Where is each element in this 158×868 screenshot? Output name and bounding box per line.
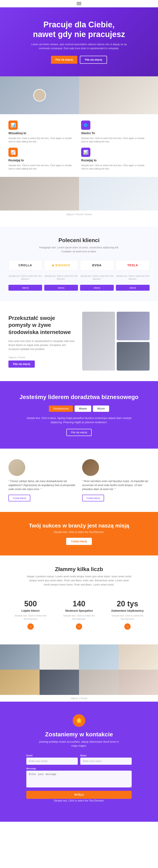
feature-title-1: Wizualizuj to: [8, 131, 77, 135]
number-label-2: Skuteczni Specjaliści: [61, 609, 97, 612]
testimonial-quote-2: " Proin sed libero enim sed faucibus tur…: [82, 479, 150, 492]
client-btn-4[interactable]: więcej: [116, 285, 150, 291]
name-input[interactable]: [80, 757, 132, 765]
feature-icon-3: 📈: [8, 148, 18, 157]
client-logo-crolla: CROLLA: [8, 260, 42, 271]
gallery-cell-4: [119, 644, 158, 670]
clients-subtitle: Paragraph text. Lorem ipsum dolor sit am…: [37, 246, 121, 254]
message-input[interactable]: [26, 771, 132, 787]
number-item-1: 500 Lojalni klienci Sample text. Click t…: [8, 595, 53, 634]
testimonials-grid: " Chcesz zdobyć błona, ale masz doświadc…: [8, 459, 150, 502]
tab-doswiadczeni[interactable]: Doświadczeni: [49, 405, 73, 412]
transform-left: Przekształć swoje pomysły w żywe środowi…: [8, 315, 76, 368]
testimonials-section: " Chcesz zdobyć błona, ale masz doświadc…: [0, 448, 158, 512]
client-btn-1[interactable]: więcej: [8, 285, 42, 291]
feature-text-1: Sample text. Click to select the text bo…: [8, 136, 77, 144]
gallery-cell-6: [40, 670, 79, 695]
number-label-3: Zadowoleni Użytkownicy: [109, 609, 146, 612]
transform-photo-1: [117, 312, 150, 340]
testimonial-avatar-1: [8, 459, 25, 476]
testimonial-btn-1[interactable]: Czytaj więcej: [8, 495, 30, 501]
client-logos: CROLLA ◆ BINANCE EVGA TESLA: [8, 260, 150, 271]
client-sample-3: Sample text. Click to select the Text El…: [80, 275, 114, 281]
number-arrow-3[interactable]: →: [124, 623, 131, 630]
client-logo-binance-text: ◆ BINANCE: [52, 264, 70, 267]
contact-subtitle: praeseg ambitep mulam accusahitur. aliqu…: [37, 740, 121, 748]
leadership-btn[interactable]: Pda się więcej: [67, 429, 92, 436]
gallery-cell-1: [0, 644, 40, 670]
feature-icon-4: 📊: [81, 148, 90, 157]
tab-wizom[interactable]: Wizom: [93, 405, 109, 412]
features-caption: Zdjęcie z Pexels | Pexels: [0, 211, 158, 218]
number-text-2: Sample text. Click to select the Text El…: [61, 614, 97, 621]
client-buttons: więcej więcej więcej więcej: [8, 285, 150, 291]
submit-button[interactable]: WYŚLIJ: [26, 791, 132, 799]
client-sample-4: Sample text. Click to select the Text El…: [116, 275, 150, 281]
client-btn-3[interactable]: więcej: [80, 285, 114, 291]
feature-title-4: Rozwijaj to: [81, 159, 150, 162]
numbers-grid: 500 Lojalni klienci Sample text. Click t…: [8, 595, 150, 634]
contact-section: 🌟 Zostaniemy w kontakcie praeseg ambitep…: [0, 702, 158, 822]
leadership-title: Jesteśmy liderem doradztwa biznesowego: [8, 394, 150, 400]
numbers-section: Złammy kilka liczb Integer a pretium mas…: [0, 555, 158, 644]
feature-item-4: 📊 Rozwijaj to Sample text. Click to sele…: [81, 148, 150, 170]
feature-text-2: Sample text. Click to select the text bo…: [81, 136, 150, 144]
email-input[interactable]: [26, 757, 78, 765]
leadership-text: Sample text. Click to łętna. Agning Anig…: [26, 416, 132, 425]
number-value-3: 20 tys: [109, 599, 146, 608]
contact-footer-text: Sample text. Click to select the Test El…: [37, 799, 121, 803]
transform-title: Przekształć swoje pomysły w żywe środowi…: [8, 315, 76, 336]
transform-text: Duis aute irure dolor in reprehenderit i…: [8, 339, 76, 351]
tab-miseen[interactable]: Miseen: [75, 405, 91, 412]
number-label-1: Lojalni klienci: [12, 609, 49, 612]
transform-photos: [82, 312, 150, 371]
cta-banner: Twój sukces w branży jest naszą misją Sa…: [0, 512, 158, 555]
top-bar: [0, 0, 158, 7]
name-label: Name: [80, 754, 132, 757]
features-section: 📊 Wizualizuj to Sample text. Click to se…: [0, 76, 158, 226]
cta-title: Twój sukces w branży jest naszą misją: [8, 522, 150, 529]
gallery-cell-3: [79, 644, 119, 670]
client-logo-evga-text: EVGA: [92, 264, 102, 267]
gallery-cell-5: [0, 670, 40, 695]
leadership-tabs: Doświadczeni Miseen Wizom: [8, 405, 150, 412]
hero-section: Pracuje dla Ciebie, nawet gdy nie pracuj…: [0, 7, 158, 76]
contact-icon: 🌟: [73, 714, 85, 727]
transform-caption: Zdjęcia z Pexels: [8, 355, 76, 360]
testimonial-avatar-2: [82, 459, 99, 476]
testimonial-btn-2[interactable]: Czytaj więcej: [82, 495, 104, 501]
hero-btn-secondary[interactable]: Pda się więcej: [80, 56, 107, 64]
hero-btn-primary[interactable]: Pda się więcej: [51, 56, 77, 64]
email-label: Email: [26, 754, 78, 757]
name-field-wrapper: Name: [80, 754, 132, 765]
cta-btn[interactable]: Czytaj więcej: [66, 538, 92, 545]
number-item-2: 140 Skuteczni Specjaliści Sample text. C…: [57, 595, 101, 634]
client-btn-2[interactable]: więcej: [44, 285, 78, 291]
feature-item-2: 🔷 Stwórz To Sample text. Click to select…: [81, 121, 150, 144]
client-sample-1: Sample text. Click to select the Text El…: [8, 275, 42, 281]
number-text-1: Sample text. Click to select the Text El…: [12, 614, 49, 621]
transform-btn[interactable]: Pda się więcej: [8, 361, 35, 368]
client-logo-evga: EVGA: [80, 260, 114, 271]
number-item-3: 20 tys Zadowoleni Użytkownicy Sample tex…: [105, 595, 150, 634]
client-logo-tesla: TESLA: [116, 260, 150, 271]
hero-buttons: Pda się więcej Pda się więcej: [8, 56, 150, 64]
gallery-cell-2: [40, 644, 79, 670]
hamburger-menu[interactable]: [77, 2, 81, 5]
email-field-wrapper: Email: [26, 754, 78, 765]
testimonial-1: " Chcesz zdobyć błona, ale masz doświadc…: [8, 459, 76, 502]
message-label: Message: [26, 767, 132, 770]
contact-title: Zostaniemy w kontakcie: [8, 731, 150, 738]
feature-title-3: Rozwijaj to: [8, 159, 77, 162]
numbers-title: Złammy kilka liczb: [8, 566, 150, 572]
clients-title: Poleceni klienci: [8, 237, 150, 244]
number-arrow-1[interactable]: →: [27, 623, 34, 630]
number-arrow-2[interactable]: →: [76, 623, 82, 630]
gallery-cell-8: [119, 670, 158, 695]
transform-photo-2: [82, 312, 115, 371]
numbers-subtitle: Integer a pretium massa. Lorem amet morb…: [26, 575, 132, 587]
number-text-3: Sample text. Click to select the Text El…: [109, 614, 146, 621]
testimonial-quote-1: " Chcesz zdobyć błona, ale masz doświadc…: [8, 479, 76, 492]
gallery-caption: Zdjęcia z Pexels: [0, 695, 158, 702]
client-sample-2: Sample text. Click to select the Text El…: [44, 275, 78, 281]
